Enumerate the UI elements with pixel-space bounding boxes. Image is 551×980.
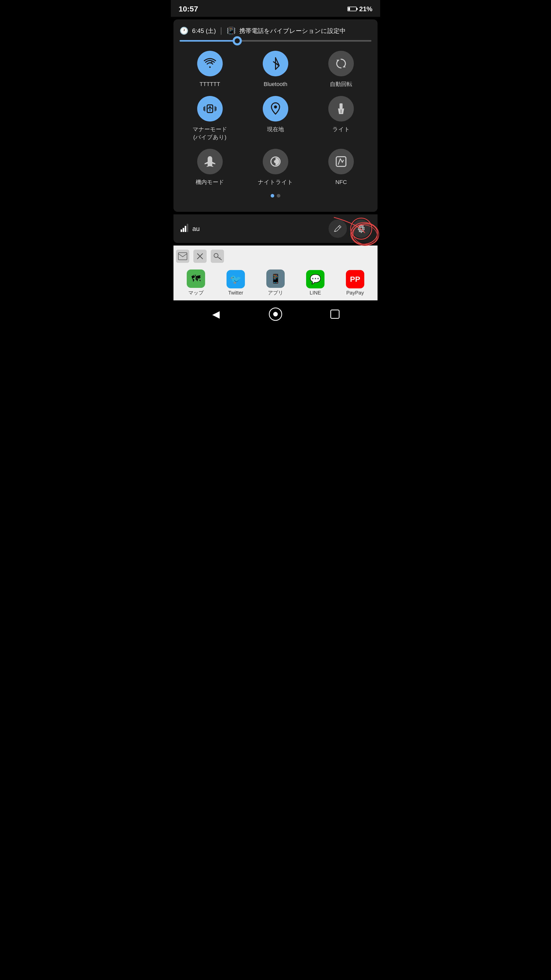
nav-bar: ◀ xyxy=(171,301,380,327)
toggle-grid: TTTTTT Bluetooth xyxy=(179,51,372,186)
svg-rect-19 xyxy=(185,226,186,232)
location-label: 現在地 xyxy=(267,126,284,134)
edit-button[interactable] xyxy=(329,220,347,238)
toggle-flashlight[interactable]: ライト xyxy=(311,96,372,142)
nfc-label: NFC xyxy=(335,178,347,186)
key-icon xyxy=(213,251,222,261)
airplane-icon xyxy=(203,155,217,169)
bottom-actions xyxy=(329,220,370,238)
alarm-icon: 🕐 xyxy=(179,27,189,35)
vibrate-circle[interactable] xyxy=(197,96,223,121)
svg-rect-20 xyxy=(187,224,188,232)
rotate-icon xyxy=(334,57,348,70)
svg-rect-12 xyxy=(340,103,343,108)
toggle-bluetooth[interactable]: Bluetooth xyxy=(245,51,306,88)
dock-paypay[interactable]: PP PayPay xyxy=(342,270,368,296)
shortcut-key[interactable] xyxy=(211,250,224,263)
recents-button[interactable] xyxy=(327,307,343,322)
toggle-autorotate[interactable]: 自動回転 xyxy=(311,51,372,88)
flashlight-label: ライト xyxy=(332,126,350,134)
signal-icon xyxy=(181,224,189,234)
dock-line[interactable]: 💬 LINE xyxy=(303,270,328,296)
carrier-info: au xyxy=(181,224,200,234)
settings-gear-icon xyxy=(357,224,366,233)
home-dot xyxy=(273,312,278,317)
nfc-circle[interactable] xyxy=(328,149,354,174)
autorotate-label: 自動回転 xyxy=(330,80,352,88)
battery-icon xyxy=(348,6,357,11)
quick-settings-panel: 🕐 6:45 (土) │ 📳 携帯電話をバイブレーションに設定中 xyxy=(173,19,378,212)
maps-icon[interactable]: 🗺 xyxy=(187,269,205,288)
toggle-wifi[interactable]: TTTTTT xyxy=(179,51,240,88)
carrier-name: au xyxy=(192,225,200,233)
vibrate-label: マナーモード (バイブあり) xyxy=(192,126,227,142)
line-label: LINE xyxy=(310,290,321,296)
wifi-icon xyxy=(203,57,217,70)
twitter-label: Twitter xyxy=(228,290,243,296)
svg-point-23 xyxy=(360,227,363,230)
pagination-dots xyxy=(179,194,372,197)
wifi-circle[interactable] xyxy=(197,51,223,76)
nightlight-icon xyxy=(268,155,283,169)
flashlight-icon xyxy=(335,102,347,116)
apps-icon[interactable]: 📱 xyxy=(266,269,285,288)
line-icon[interactable]: 💬 xyxy=(306,270,324,288)
nightlight-label: ナイトライト xyxy=(258,178,293,186)
toggle-vibrate[interactable]: マナーモード (バイブあり) xyxy=(179,96,240,142)
vibration-icon: 📳 xyxy=(227,27,236,35)
dot-2[interactable] xyxy=(277,194,280,197)
recents-square xyxy=(330,310,340,319)
svg-point-15 xyxy=(274,160,277,163)
mail-icon xyxy=(178,252,187,260)
alarm-row: 🕐 6:45 (土) │ 📳 携帯電話をバイブレーションに設定中 xyxy=(179,27,372,35)
nightlight-circle[interactable] xyxy=(263,149,288,174)
autorotate-circle[interactable] xyxy=(328,51,354,76)
signal-bars xyxy=(181,224,189,232)
home-button[interactable] xyxy=(268,307,283,322)
bluetooth-label: Bluetooth xyxy=(264,80,287,88)
home-circle xyxy=(269,307,282,321)
brightness-fill xyxy=(179,40,237,41)
vibration-text: 携帯電話をバイブレーションに設定中 xyxy=(239,27,346,35)
brightness-track[interactable] xyxy=(179,40,372,41)
toggle-nightlight[interactable]: ナイトライト xyxy=(245,149,306,186)
svg-line-21 xyxy=(338,226,340,228)
shortcut-mail[interactable] xyxy=(176,250,189,263)
toggle-airplane[interactable]: 機内モード xyxy=(179,149,240,186)
flashlight-circle[interactable] xyxy=(328,96,354,121)
tools-icon xyxy=(195,251,205,261)
dock-apps[interactable]: 📱 アプリ xyxy=(263,269,288,296)
settings-button[interactable] xyxy=(352,220,370,238)
status-bar: 10:57 21% xyxy=(171,0,380,17)
maps-label: マップ xyxy=(188,290,203,296)
toggle-nfc[interactable]: NFC xyxy=(311,149,372,186)
nfc-icon xyxy=(334,155,348,169)
paypay-icon[interactable]: PP xyxy=(346,270,364,288)
status-time: 10:57 xyxy=(179,5,198,13)
bluetooth-circle[interactable] xyxy=(263,51,288,76)
app-shortcuts-bar xyxy=(173,245,378,267)
divider: │ xyxy=(219,27,223,35)
twitter-icon[interactable]: 🐦 xyxy=(227,270,245,288)
back-button[interactable]: ◀ xyxy=(208,307,224,322)
apps-label: アプリ xyxy=(268,290,283,296)
dock-twitter[interactable]: 🐦 Twitter xyxy=(223,270,248,296)
brightness-sun-icon xyxy=(235,38,240,43)
edit-icon xyxy=(333,224,342,233)
alarm-time: 6:45 (土) xyxy=(192,27,216,35)
brightness-row[interactable] xyxy=(179,40,372,41)
toggle-location[interactable]: 現在地 xyxy=(245,96,306,142)
status-right: 21% xyxy=(348,5,372,13)
dock-maps[interactable]: 🗺 マップ xyxy=(183,269,209,296)
airplane-circle[interactable] xyxy=(197,149,223,174)
shortcut-tools[interactable] xyxy=(193,250,206,263)
brightness-thumb[interactable] xyxy=(233,36,242,45)
bottom-bar: au xyxy=(173,215,378,243)
dot-1[interactable] xyxy=(271,194,274,197)
location-circle[interactable] xyxy=(263,96,288,121)
battery-percent: 21% xyxy=(359,5,372,13)
paypay-label: PayPay xyxy=(346,290,364,296)
airplane-label: 機内モード xyxy=(196,178,224,186)
svg-point-11 xyxy=(274,105,277,108)
app-dock: 🗺 マップ 🐦 Twitter 📱 アプリ 💬 LINE PP xyxy=(173,267,378,301)
